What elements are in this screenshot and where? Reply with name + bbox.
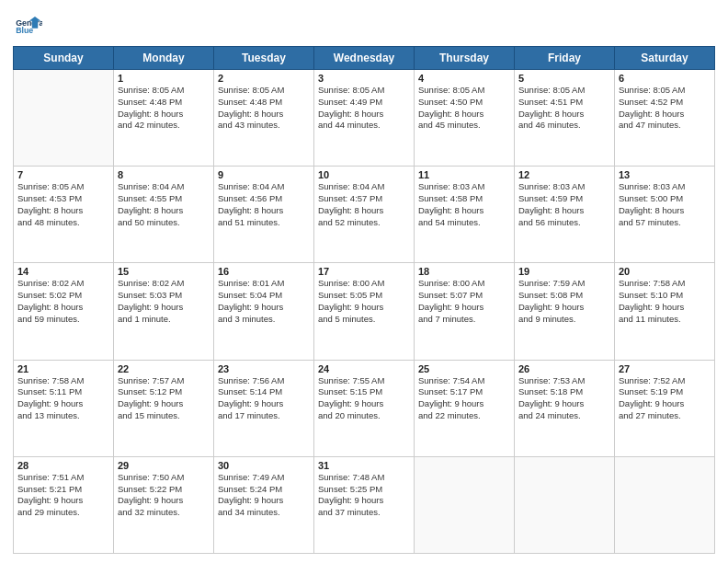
calendar-cell: 1Sunrise: 8:05 AM Sunset: 4:48 PM Daylig… xyxy=(114,70,214,167)
day-info: Sunrise: 7:57 AM Sunset: 5:12 PM Dayligh… xyxy=(118,375,210,422)
calendar-cell xyxy=(14,70,114,167)
day-info: Sunrise: 8:05 AM Sunset: 4:53 PM Dayligh… xyxy=(17,181,109,228)
day-info: Sunrise: 8:03 AM Sunset: 5:00 PM Dayligh… xyxy=(619,181,711,228)
calendar-week-1: 1Sunrise: 8:05 AM Sunset: 4:48 PM Daylig… xyxy=(14,70,715,167)
calendar-cell: 29Sunrise: 7:50 AM Sunset: 5:22 PM Dayli… xyxy=(114,456,214,553)
day-info: Sunrise: 7:49 AM Sunset: 5:24 PM Dayligh… xyxy=(218,472,310,519)
calendar-cell xyxy=(415,456,515,553)
day-number: 22 xyxy=(118,363,210,374)
calendar-cell: 19Sunrise: 7:59 AM Sunset: 5:08 PM Dayli… xyxy=(515,263,615,360)
day-number: 4 xyxy=(418,73,510,84)
calendar-cell: 4Sunrise: 8:05 AM Sunset: 4:50 PM Daylig… xyxy=(415,70,515,167)
calendar-cell: 8Sunrise: 8:04 AM Sunset: 4:55 PM Daylig… xyxy=(114,167,214,263)
page: General Blue Sunday Monday Tuesday Wedne… xyxy=(0,0,728,563)
calendar-cell xyxy=(515,456,615,553)
calendar-cell: 2Sunrise: 8:05 AM Sunset: 4:48 PM Daylig… xyxy=(214,70,314,167)
day-number: 24 xyxy=(318,363,410,374)
day-info: Sunrise: 8:04 AM Sunset: 4:55 PM Dayligh… xyxy=(118,181,210,228)
day-info: Sunrise: 7:52 AM Sunset: 5:19 PM Dayligh… xyxy=(619,375,711,422)
day-info: Sunrise: 8:01 AM Sunset: 5:04 PM Dayligh… xyxy=(218,278,310,325)
calendar-cell: 11Sunrise: 8:03 AM Sunset: 4:58 PM Dayli… xyxy=(415,167,515,263)
day-number: 19 xyxy=(518,266,610,277)
day-info: Sunrise: 8:02 AM Sunset: 5:03 PM Dayligh… xyxy=(118,278,210,325)
day-number: 18 xyxy=(418,266,510,277)
day-info: Sunrise: 7:59 AM Sunset: 5:08 PM Dayligh… xyxy=(518,278,610,325)
day-number: 26 xyxy=(518,363,610,374)
calendar-cell: 3Sunrise: 8:05 AM Sunset: 4:49 PM Daylig… xyxy=(314,70,415,167)
calendar-cell: 28Sunrise: 7:51 AM Sunset: 5:21 PM Dayli… xyxy=(14,456,114,553)
day-number: 8 xyxy=(118,169,210,180)
calendar-cell: 17Sunrise: 8:00 AM Sunset: 5:05 PM Dayli… xyxy=(314,263,415,360)
col-friday: Friday xyxy=(515,47,615,70)
svg-text:Blue: Blue xyxy=(16,26,33,35)
calendar-cell: 9Sunrise: 8:04 AM Sunset: 4:56 PM Daylig… xyxy=(214,167,314,263)
day-number: 17 xyxy=(318,266,410,277)
col-wednesday: Wednesday xyxy=(314,47,415,70)
day-info: Sunrise: 8:03 AM Sunset: 4:58 PM Dayligh… xyxy=(418,181,510,228)
day-number: 20 xyxy=(619,266,711,277)
header-row: Sunday Monday Tuesday Wednesday Thursday… xyxy=(14,47,715,70)
day-info: Sunrise: 8:04 AM Sunset: 4:57 PM Dayligh… xyxy=(318,181,410,228)
day-number: 3 xyxy=(318,73,410,84)
day-number: 23 xyxy=(218,363,310,374)
day-number: 1 xyxy=(118,73,210,84)
day-info: Sunrise: 8:00 AM Sunset: 5:05 PM Dayligh… xyxy=(318,278,410,325)
day-info: Sunrise: 8:03 AM Sunset: 4:59 PM Dayligh… xyxy=(518,181,610,228)
calendar-cell: 25Sunrise: 7:54 AM Sunset: 5:17 PM Dayli… xyxy=(415,360,515,456)
col-saturday: Saturday xyxy=(615,47,715,70)
day-info: Sunrise: 8:02 AM Sunset: 5:02 PM Dayligh… xyxy=(17,278,109,325)
calendar-cell: 21Sunrise: 7:58 AM Sunset: 5:11 PM Dayli… xyxy=(14,360,114,456)
day-number: 10 xyxy=(318,169,410,180)
day-number: 12 xyxy=(518,169,610,180)
day-number: 13 xyxy=(619,169,711,180)
day-info: Sunrise: 7:58 AM Sunset: 5:11 PM Dayligh… xyxy=(17,375,109,422)
day-info: Sunrise: 7:51 AM Sunset: 5:21 PM Dayligh… xyxy=(17,472,109,519)
day-info: Sunrise: 7:55 AM Sunset: 5:15 PM Dayligh… xyxy=(318,375,410,422)
day-info: Sunrise: 8:05 AM Sunset: 4:48 PM Dayligh… xyxy=(218,85,310,132)
col-monday: Monday xyxy=(114,47,214,70)
day-number: 11 xyxy=(418,169,510,180)
day-info: Sunrise: 8:00 AM Sunset: 5:07 PM Dayligh… xyxy=(418,278,510,325)
logo: General Blue xyxy=(13,9,42,39)
day-info: Sunrise: 8:05 AM Sunset: 4:50 PM Dayligh… xyxy=(418,85,510,132)
calendar-cell: 12Sunrise: 8:03 AM Sunset: 4:59 PM Dayli… xyxy=(515,167,615,263)
day-number: 21 xyxy=(17,363,109,374)
day-number: 29 xyxy=(118,460,210,471)
calendar-week-2: 7Sunrise: 8:05 AM Sunset: 4:53 PM Daylig… xyxy=(14,167,715,263)
day-number: 28 xyxy=(17,460,109,471)
calendar-cell: 18Sunrise: 8:00 AM Sunset: 5:07 PM Dayli… xyxy=(415,263,515,360)
col-sunday: Sunday xyxy=(14,47,114,70)
calendar-cell: 20Sunrise: 7:58 AM Sunset: 5:10 PM Dayli… xyxy=(615,263,715,360)
calendar-table: Sunday Monday Tuesday Wednesday Thursday… xyxy=(13,46,715,554)
calendar-cell: 15Sunrise: 8:02 AM Sunset: 5:03 PM Dayli… xyxy=(114,263,214,360)
day-number: 7 xyxy=(17,169,109,180)
col-thursday: Thursday xyxy=(415,47,515,70)
day-number: 2 xyxy=(218,73,310,84)
col-tuesday: Tuesday xyxy=(214,47,314,70)
day-info: Sunrise: 7:48 AM Sunset: 5:25 PM Dayligh… xyxy=(318,472,410,519)
calendar-cell: 14Sunrise: 8:02 AM Sunset: 5:02 PM Dayli… xyxy=(14,263,114,360)
day-number: 16 xyxy=(218,266,310,277)
day-info: Sunrise: 7:54 AM Sunset: 5:17 PM Dayligh… xyxy=(418,375,510,422)
day-number: 25 xyxy=(418,363,510,374)
day-number: 27 xyxy=(619,363,711,374)
day-number: 9 xyxy=(218,169,310,180)
calendar-cell: 16Sunrise: 8:01 AM Sunset: 5:04 PM Dayli… xyxy=(214,263,314,360)
calendar-week-3: 14Sunrise: 8:02 AM Sunset: 5:02 PM Dayli… xyxy=(14,263,715,360)
calendar-cell: 5Sunrise: 8:05 AM Sunset: 4:51 PM Daylig… xyxy=(515,70,615,167)
day-info: Sunrise: 7:53 AM Sunset: 5:18 PM Dayligh… xyxy=(518,375,610,422)
calendar-cell: 10Sunrise: 8:04 AM Sunset: 4:57 PM Dayli… xyxy=(314,167,415,263)
calendar-cell: 26Sunrise: 7:53 AM Sunset: 5:18 PM Dayli… xyxy=(515,360,615,456)
calendar-cell: 24Sunrise: 7:55 AM Sunset: 5:15 PM Dayli… xyxy=(314,360,415,456)
day-info: Sunrise: 7:56 AM Sunset: 5:14 PM Dayligh… xyxy=(218,375,310,422)
day-info: Sunrise: 8:04 AM Sunset: 4:56 PM Dayligh… xyxy=(218,181,310,228)
calendar-cell: 6Sunrise: 8:05 AM Sunset: 4:52 PM Daylig… xyxy=(615,70,715,167)
day-number: 6 xyxy=(619,73,711,84)
calendar-cell: 13Sunrise: 8:03 AM Sunset: 5:00 PM Dayli… xyxy=(615,167,715,263)
calendar-cell: 7Sunrise: 8:05 AM Sunset: 4:53 PM Daylig… xyxy=(14,167,114,263)
day-info: Sunrise: 7:58 AM Sunset: 5:10 PM Dayligh… xyxy=(619,278,711,325)
day-info: Sunrise: 7:50 AM Sunset: 5:22 PM Dayligh… xyxy=(118,472,210,519)
day-number: 5 xyxy=(518,73,610,84)
logo-icon: General Blue xyxy=(13,9,42,39)
day-number: 15 xyxy=(118,266,210,277)
